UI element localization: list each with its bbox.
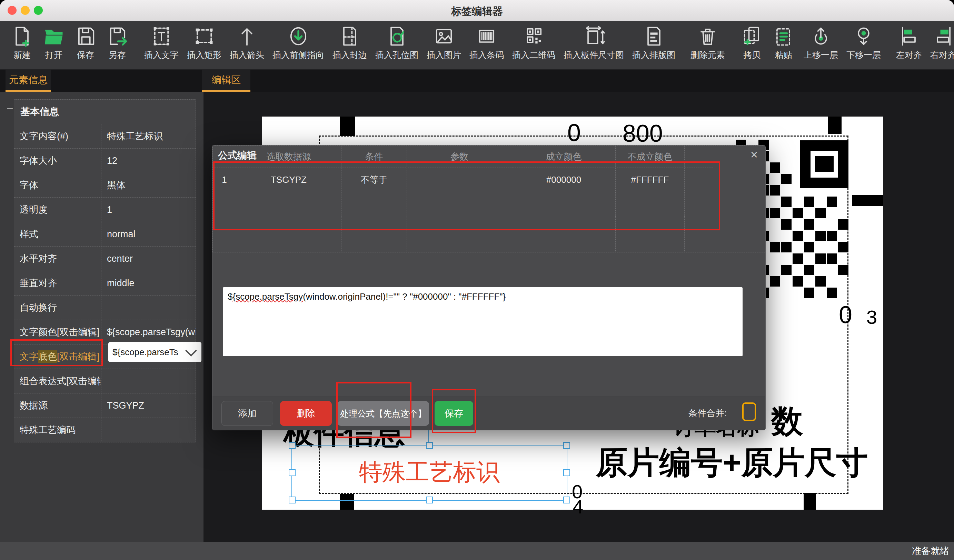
condition-merge-checkbox[interactable] [742, 403, 756, 421]
formula-table-empty-cell [512, 216, 616, 252]
property-row[interactable]: 样式normal [14, 222, 196, 247]
toolbar-button-paste[interactable]: 粘贴 [768, 21, 800, 61]
toolbar-button-insert-qrcode[interactable]: 插入二维码 [508, 21, 560, 61]
toolbar-button-layer-down[interactable]: 下移一层 [842, 21, 885, 61]
property-value[interactable] [101, 418, 196, 442]
formula-table-cell[interactable]: 不等于 [341, 168, 407, 192]
toolbar-button-insert-front[interactable]: 插入前侧指向 [268, 21, 328, 61]
selection-handle[interactable] [563, 496, 570, 504]
toolbar-button-insert-rect[interactable]: 插入矩形 [183, 21, 226, 61]
property-value[interactable]: 特殊工艺标识 [101, 124, 196, 148]
file-plus-icon [10, 25, 34, 48]
property-group-header[interactable]: 基本信息 [14, 100, 196, 124]
property-value[interactable]: 黑体 [101, 173, 196, 197]
property-row[interactable]: 特殊工艺编码 [14, 418, 196, 442]
toolbar-button-save-as[interactable]: 另存 [101, 21, 133, 61]
selection-handle[interactable] [563, 469, 570, 476]
property-row[interactable]: 文字内容(#)特殊工艺标识 [14, 124, 196, 149]
formula-table-empty-cell [407, 216, 512, 252]
formula-table-cell[interactable] [407, 168, 512, 192]
formula-table-header: 成立颜色 [512, 146, 616, 168]
property-label: 数据源 [14, 394, 101, 418]
property-value[interactable]: middle [101, 271, 196, 295]
toolbar-button-insert-layout[interactable]: 插入排版图 [628, 21, 680, 61]
toolbar-button-insert-edge[interactable]: 插入封边 [328, 21, 371, 61]
delete-icon [696, 25, 719, 48]
property-value[interactable]: 12 [101, 149, 196, 173]
property-label: 垂直对齐 [14, 271, 101, 295]
toolbar-button-insert-text[interactable]: 插入文字 [140, 21, 183, 61]
toolbar-button-delete[interactable]: 删除元素 [686, 21, 729, 61]
property-row[interactable]: 字体大小12 [14, 149, 196, 173]
insert-image-icon [432, 25, 456, 48]
property-row[interactable]: 组合表达式[双击编辑] [14, 369, 196, 394]
toolbar-button-file-plus[interactable]: 新建 [6, 21, 38, 61]
selection-handle[interactable] [289, 496, 296, 504]
property-row[interactable]: 水平对齐center [14, 247, 196, 271]
tab-edit-area[interactable]: 编辑区 [202, 70, 250, 92]
property-value[interactable]: TSGYPZ [101, 394, 196, 418]
crop-mark-top-left [340, 117, 355, 136]
property-row[interactable]: 文字颜色[双击编辑]${scope.parseTsgy(wi [14, 320, 196, 344]
toolbar-button-folder-open[interactable]: 打开 [38, 21, 70, 61]
toolbar-button-label: 插入箭头 [230, 49, 264, 61]
tab-element-info-label: 元素信息 [9, 73, 48, 87]
toolbar-button-label: 左对齐 [896, 49, 922, 61]
formula-table-cell[interactable]: TSGYPZ [236, 168, 341, 192]
delete-button[interactable]: 删除 [280, 401, 332, 426]
toolbar-button-copy[interactable]: 拷贝 [736, 21, 768, 61]
formula-table-cell[interactable]: #FFFFFF [616, 168, 684, 192]
property-value[interactable]: center [101, 247, 196, 271]
property-row[interactable]: 自动换行 [14, 296, 196, 320]
process-formula-button[interactable]: 处理公式【先点这个】 [337, 401, 429, 426]
toolbar-button-insert-barcode[interactable]: 插入条码 [465, 21, 508, 61]
property-row[interactable]: 垂直对齐middle [14, 271, 196, 296]
toolbar-button-label: 插入图片 [427, 49, 461, 61]
toolbar-button-insert-arrow[interactable]: 插入箭头 [226, 21, 268, 61]
selected-element-box[interactable]: 特殊工艺标识 [292, 445, 567, 501]
canvas-text-film-line[interactable]: 原片编号+原片尺寸 [595, 442, 868, 484]
selection-handle[interactable] [289, 442, 296, 449]
label-editor-window: 标签编辑器 新建打开保存另存插入文字插入矩形插入箭头插入前侧指向插入封边插入孔位… [0, 0, 954, 560]
formula-table-empty-cell [236, 216, 341, 252]
property-row[interactable]: 数据源TSGYPZ [14, 394, 196, 418]
toolbar-button-insert-panel-size[interactable]: 插入板件尺寸图 [560, 21, 628, 61]
formula-textarea[interactable]: ${scope.parseTsgy(window.originPanel)!="… [223, 287, 743, 356]
dim-top-width: 800 [622, 121, 663, 146]
add-button[interactable]: 添加 [221, 401, 273, 426]
property-value[interactable]: ${scope.parseTsgy(wi [101, 320, 196, 344]
property-label: 字体大小 [14, 149, 101, 173]
tab-element-info[interactable]: 元素信息 [6, 70, 51, 92]
crop-mark-top-right [828, 117, 842, 134]
toolbar-button-label: 下移一层 [846, 49, 881, 61]
dim-top-zero: 0 [567, 121, 581, 145]
save-formula-button[interactable]: 保存 [435, 401, 473, 426]
formula-table-cell[interactable]: #000000 [512, 168, 616, 192]
toolbar-button-insert-hole[interactable]: 插入孔位图 [371, 21, 422, 61]
formula-table-cell[interactable]: 1 [213, 168, 236, 192]
toolbar-button-save[interactable]: 保存 [70, 21, 101, 61]
toolbar-button-insert-image[interactable]: 插入图片 [422, 21, 465, 61]
toolbar-button-layer-up[interactable]: 上移一层 [800, 21, 842, 61]
toolbar-button-align-left[interactable]: 左对齐 [892, 21, 926, 61]
selected-text[interactable]: 特殊工艺标识 [292, 457, 567, 488]
formula-table-empty-cell [236, 192, 341, 216]
dialog-close-icon[interactable]: × [750, 148, 758, 162]
selection-handle[interactable] [426, 442, 433, 449]
property-value[interactable]: 1 [101, 198, 196, 222]
toolbar-button-align-right[interactable]: 右对齐 [926, 21, 954, 61]
canvas-text-count[interactable]: 数 [771, 400, 803, 443]
property-value[interactable] [101, 369, 196, 393]
property-value[interactable] [101, 296, 196, 320]
text-basecolor-select[interactable]: ${scope.parseTs [108, 342, 201, 362]
toolbar-button-label: 插入二维码 [512, 49, 555, 61]
formula-table: 选取数据源条件参数成立颜色不成立颜色1TSGYPZ不等于#000000#FFFF… [212, 146, 765, 252]
selection-handle[interactable] [289, 469, 296, 476]
property-value[interactable]: normal [101, 222, 196, 246]
selection-handle[interactable] [426, 496, 433, 504]
formula-table-cell[interactable] [684, 168, 713, 192]
property-label: 字体 [14, 173, 101, 197]
selection-handle[interactable] [563, 442, 570, 449]
property-row[interactable]: 透明度1 [14, 198, 196, 222]
property-row[interactable]: 字体黑体 [14, 173, 196, 198]
